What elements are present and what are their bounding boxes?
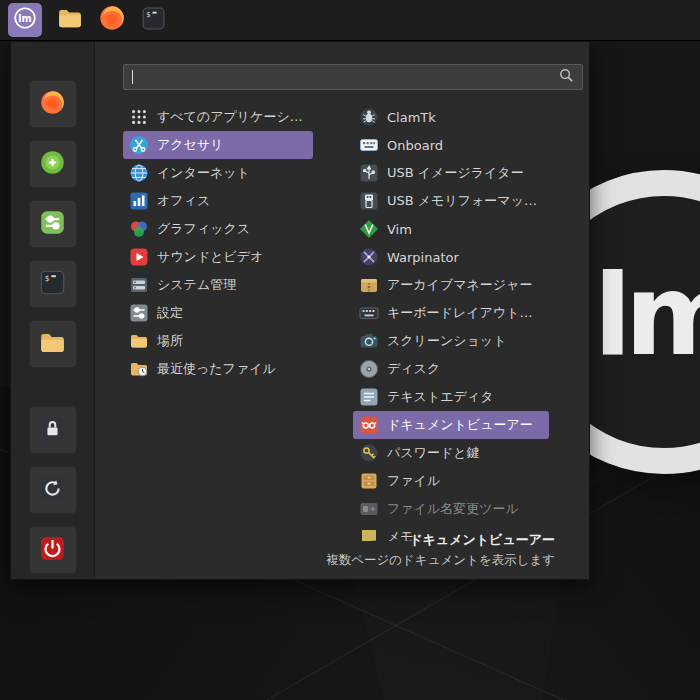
- document-viewer-icon: [359, 415, 379, 435]
- favorite-software-manager[interactable]: [29, 140, 77, 188]
- category-label: インターネット: [157, 164, 250, 182]
- app-files[interactable]: ファイル: [353, 467, 549, 495]
- terminal-icon: $: [39, 269, 66, 300]
- app-label: ClamTk: [387, 110, 436, 125]
- clamtk-icon: [359, 107, 379, 127]
- app-label: Vim: [387, 222, 412, 237]
- recent-files-icon: [129, 359, 149, 379]
- app-label: スクリーンショット: [387, 332, 506, 350]
- warpinator-icon: [359, 247, 379, 267]
- category-administration[interactable]: システム管理: [123, 271, 313, 299]
- menu-button[interactable]: lm: [8, 3, 42, 37]
- internet-icon: [129, 163, 149, 183]
- app-warpinator[interactable]: Warpinator: [353, 243, 549, 271]
- category-graphics[interactable]: グラフィックス: [123, 215, 313, 243]
- category-label: 場所: [157, 332, 183, 350]
- onboard-icon: [359, 135, 379, 155]
- category-label: 設定: [157, 304, 183, 322]
- app-label: Warpinator: [387, 250, 459, 265]
- disks-icon: [359, 359, 379, 379]
- app-label: ドキュメントビューアー: [387, 416, 533, 434]
- lock-icon: [39, 415, 66, 446]
- mint-menu-icon: lm: [12, 5, 38, 35]
- category-places[interactable]: 場所: [123, 327, 313, 355]
- text-caret: [132, 70, 133, 84]
- software-sources-icon: [39, 209, 66, 240]
- category-label: オフィス: [157, 192, 210, 210]
- search-icon: [559, 68, 574, 87]
- logout-icon: [39, 475, 66, 506]
- folder-icon: [39, 329, 66, 360]
- folder-icon: [57, 5, 83, 35]
- category-office[interactable]: オフィス: [123, 187, 313, 215]
- top-panel: lm $: [0, 0, 700, 41]
- panel-launcher-terminal[interactable]: $: [141, 6, 166, 35]
- app-label: パスワードと鍵: [387, 444, 480, 462]
- favorite-logout[interactable]: [29, 466, 77, 514]
- accessories-icon: [129, 135, 149, 155]
- app-text-editor[interactable]: テキストエディタ: [353, 383, 549, 411]
- favorite-firefox[interactable]: [29, 80, 77, 128]
- office-icon: [129, 191, 149, 211]
- app-file-renamer[interactable]: ファイル名変更ツール: [353, 495, 549, 523]
- category-recent-files[interactable]: 最近使ったファイル: [123, 355, 313, 383]
- app-onboard[interactable]: Onboard: [353, 131, 549, 159]
- favorite-shutdown[interactable]: [29, 526, 77, 574]
- app-label: Onboard: [387, 138, 443, 153]
- category-sound-video[interactable]: サウンドとビデオ: [123, 243, 313, 271]
- app-passwords-keys[interactable]: パスワードと鍵: [353, 439, 549, 467]
- svg-text:$: $: [45, 274, 50, 283]
- archive-manager-icon: [359, 275, 379, 295]
- administration-icon: [129, 275, 149, 295]
- favorite-terminal[interactable]: $: [29, 260, 77, 308]
- category-label: アクセサリ: [157, 136, 224, 154]
- app-screenshot[interactable]: スクリーンショット: [353, 327, 549, 355]
- favorite-lock-screen[interactable]: [29, 406, 77, 454]
- app-label: USB メモリフォーマッター: [387, 192, 543, 210]
- file-renamer-icon: [359, 499, 379, 519]
- files-icon: [359, 471, 379, 491]
- keyboard-layout-icon: [359, 303, 379, 323]
- category-label: グラフィックス: [157, 220, 250, 238]
- category-list: すべてのアプリケーション アクセサリ インターネット オフィス: [123, 103, 313, 383]
- app-document-viewer[interactable]: ドキュメントビューアー: [353, 411, 549, 439]
- category-label: すべてのアプリケーション: [157, 108, 307, 126]
- app-keyboard-layout-viewer[interactable]: キーボードレイアウトビ…: [353, 299, 549, 327]
- app-vim[interactable]: Vim: [353, 215, 549, 243]
- favorite-files[interactable]: [29, 320, 77, 368]
- app-label: ファイル: [387, 472, 440, 490]
- app-clamtk[interactable]: ClamTk: [353, 103, 549, 131]
- app-usb-stick-formatter[interactable]: USB メモリフォーマッター: [353, 187, 549, 215]
- category-label: システム管理: [157, 276, 236, 294]
- firefox-icon: [98, 4, 126, 36]
- search-box[interactable]: [123, 64, 583, 90]
- svg-text:lm: lm: [18, 13, 32, 24]
- power-icon: [39, 535, 66, 566]
- category-label: サウンドとビデオ: [157, 248, 263, 266]
- selected-app-description: 複数ページのドキュメントを表示します: [326, 552, 555, 569]
- grid-icon: [129, 107, 149, 127]
- software-manager-icon: [39, 149, 66, 180]
- category-accessories[interactable]: アクセサリ: [123, 131, 313, 159]
- app-archive-manager[interactable]: アーカイブマネージャー: [353, 271, 549, 299]
- menu-favorites-sidebar: $: [11, 42, 95, 579]
- app-label: アーカイブマネージャー: [387, 276, 532, 294]
- category-preferences[interactable]: 設定: [123, 299, 313, 327]
- screenshot-icon: [359, 331, 379, 351]
- panel-launcher-files[interactable]: [57, 5, 83, 35]
- sound-video-icon: [129, 247, 149, 267]
- app-label: テキストエディタ: [387, 388, 493, 406]
- text-editor-icon: [359, 387, 379, 407]
- search-input[interactable]: [135, 70, 553, 85]
- category-internet[interactable]: インターネット: [123, 159, 313, 187]
- category-label: 最近使ったファイル: [157, 360, 276, 378]
- app-disks[interactable]: ディスク: [353, 355, 549, 383]
- app-label: キーボードレイアウトビ…: [387, 304, 543, 322]
- usb-formatter-icon: [359, 191, 379, 211]
- preferences-icon: [129, 303, 149, 323]
- panel-launcher-firefox[interactable]: [98, 4, 126, 36]
- app-usb-image-writer[interactable]: USB イメージライター: [353, 159, 549, 187]
- graphics-icon: [129, 219, 149, 239]
- favorite-software-sources[interactable]: [29, 200, 77, 248]
- category-all-applications[interactable]: すべてのアプリケーション: [123, 103, 313, 131]
